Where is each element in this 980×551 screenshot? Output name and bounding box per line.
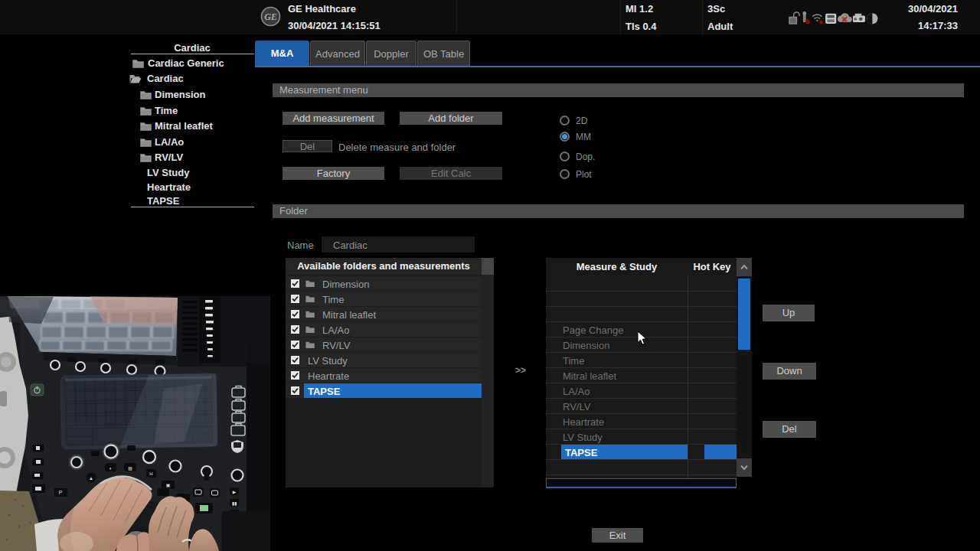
svg-text:▲: ▲ <box>89 476 93 481</box>
svg-text:◐: ◐ <box>109 466 113 471</box>
svg-text:GE: GE <box>264 11 277 22</box>
svg-text:P: P <box>59 490 63 495</box>
svg-text:H: H <box>149 471 152 476</box>
svg-text:▶: ▶ <box>233 490 237 494</box>
svg-text:▧: ▧ <box>128 466 132 471</box>
svg-text:▮▮: ▮▮ <box>232 501 237 506</box>
svg-text:▣: ▣ <box>166 483 171 487</box>
